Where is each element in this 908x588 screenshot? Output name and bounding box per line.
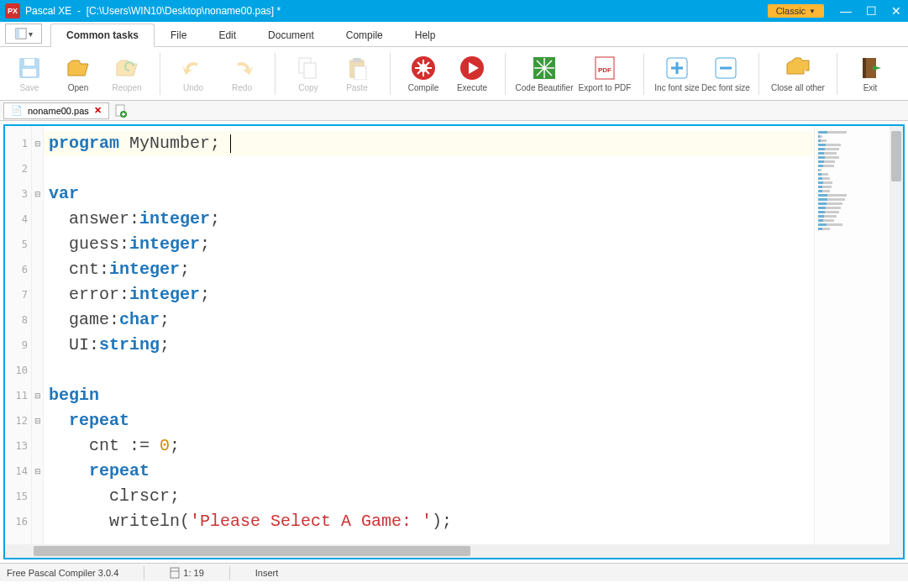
undo-button[interactable]: Undo	[169, 55, 218, 92]
compile-icon	[410, 55, 437, 81]
menu-tab-compile[interactable]: Compile	[330, 24, 399, 47]
minus-icon	[712, 55, 739, 81]
app-icon: PX	[5, 3, 20, 18]
code-line[interactable]: program MyNumber;	[44, 131, 814, 156]
titlebar: PX Pascal XE - [C:\Users\WIN10\Desktop\n…	[0, 0, 908, 22]
file-tab-label: noname00.pas	[28, 106, 89, 116]
svg-text:PDF: PDF	[598, 66, 611, 74]
play-icon	[459, 55, 485, 81]
copy-icon	[295, 55, 322, 81]
reopen-button[interactable]: Reopen	[102, 55, 151, 92]
editor-frame: 12345678910111213141516 ⊟ ⊟ ⊟⊟ ⊟ program…	[3, 124, 905, 559]
menu-tab-common-tasks[interactable]: Common tasks	[50, 24, 155, 47]
dec-font-button[interactable]: Dec font size	[701, 55, 750, 92]
status-cursor-position: 1: 19	[170, 567, 203, 579]
code-line[interactable]: cnt := 0;	[49, 433, 814, 459]
code-line[interactable]: UI:string;	[49, 333, 814, 358]
new-document-icon[interactable]	[114, 104, 128, 118]
menu-tab-edit[interactable]: Edit	[202, 24, 252, 47]
exit-button[interactable]: Exit	[846, 55, 895, 92]
code-line[interactable]	[49, 358, 814, 383]
code-line[interactable]: guess:integer;	[49, 232, 814, 257]
code-line[interactable]: var	[49, 181, 814, 207]
file-tab[interactable]: 📄 noname00.pas ✕	[3, 102, 109, 119]
plus-icon	[664, 55, 690, 81]
code-line[interactable]: begin	[49, 383, 814, 408]
theme-classic-button[interactable]: Classic	[768, 4, 824, 18]
svg-marker-21	[873, 66, 881, 71]
paste-button[interactable]: Paste	[333, 55, 381, 92]
execute-button[interactable]: Execute	[448, 55, 496, 92]
code-line[interactable]: writeln('Please Select A Game: ');	[49, 509, 814, 534]
minimap[interactable]	[814, 126, 890, 558]
svg-rect-1	[15, 29, 18, 39]
pdf-icon: PDF	[591, 55, 618, 81]
close-all-other-button[interactable]: Close all other	[768, 55, 828, 92]
code-beautifier-button[interactable]: Code Beautifier	[514, 55, 575, 92]
svg-rect-8	[353, 58, 361, 62]
menu-tab-help[interactable]: Help	[399, 24, 452, 47]
code-line[interactable]	[49, 156, 814, 181]
code-line[interactable]: answer:integer;	[49, 207, 814, 232]
save-icon	[16, 55, 43, 81]
chevron-down-icon: ▾	[29, 29, 33, 39]
svg-point-11	[419, 64, 428, 72]
redo-button[interactable]: Redo	[218, 55, 266, 92]
exit-icon	[857, 55, 884, 81]
folder-reopen-icon	[113, 55, 140, 81]
svg-rect-6	[304, 63, 316, 78]
pascal-file-icon: 📄	[11, 105, 23, 116]
code-line[interactable]: repeat	[49, 408, 814, 433]
document-tabstrip: 📄 noname00.pas ✕	[0, 101, 908, 121]
status-compiler: Free Pascal Compiler 3.0.4	[7, 568, 118, 578]
fold-gutter[interactable]: ⊟ ⊟ ⊟⊟ ⊟	[32, 126, 44, 558]
menu-tab-document[interactable]: Document	[252, 24, 330, 47]
maximize-icon[interactable]: ☐	[864, 4, 878, 18]
status-bar: Free Pascal Compiler 3.0.4 1: 19 Insert	[0, 563, 908, 581]
open-button[interactable]: Open	[54, 55, 102, 92]
folder-open-icon	[65, 55, 92, 81]
svg-rect-24	[171, 568, 179, 578]
code-editor[interactable]: program MyNumber; var answer:integer; gu…	[44, 126, 814, 558]
code-line[interactable]: repeat	[49, 459, 814, 484]
close-tab-icon[interactable]: ✕	[94, 105, 102, 116]
line-number-gutter: 12345678910111213141516	[5, 126, 32, 558]
app-title: Pascal XE - [C:\Users\WIN10\Desktop\nona…	[25, 5, 281, 17]
copy-button[interactable]: Copy	[284, 55, 333, 92]
code-line[interactable]: error:integer;	[49, 282, 814, 307]
paste-icon	[344, 55, 370, 81]
minimize-icon[interactable]: —	[839, 4, 853, 18]
compile-button[interactable]: Compile	[399, 55, 448, 92]
ribbon-toolbar: Save Open Reopen Undo Redo Copy Paste	[0, 47, 908, 101]
code-line[interactable]: clrscr;	[49, 484, 814, 509]
save-button[interactable]: Save	[5, 55, 54, 92]
export-pdf-button[interactable]: PDF Export to PDF	[575, 55, 635, 92]
undo-icon	[180, 55, 207, 81]
menu-tab-file[interactable]: File	[155, 24, 202, 47]
svg-rect-3	[23, 69, 36, 76]
svg-rect-9	[354, 66, 366, 80]
beautifier-icon	[531, 55, 558, 81]
menu-bar: ▾ Common tasksFileEditDocumentCompileHel…	[0, 22, 908, 47]
inc-font-button[interactable]: Inc font size	[653, 55, 701, 92]
vertical-scrollbar[interactable]	[890, 126, 903, 558]
redo-icon	[228, 55, 255, 81]
horizontal-scrollbar[interactable]	[5, 544, 890, 558]
app-menu-button[interactable]: ▾	[5, 24, 42, 44]
close-icon[interactable]: ✕	[890, 4, 903, 18]
folders-icon	[785, 55, 811, 81]
cursor-position-icon	[170, 567, 180, 579]
code-line[interactable]: cnt:integer;	[49, 257, 814, 282]
svg-rect-4	[24, 59, 34, 66]
svg-rect-20	[863, 58, 866, 78]
code-line[interactable]: game:char;	[49, 307, 814, 333]
status-insert-mode: Insert	[255, 568, 279, 578]
